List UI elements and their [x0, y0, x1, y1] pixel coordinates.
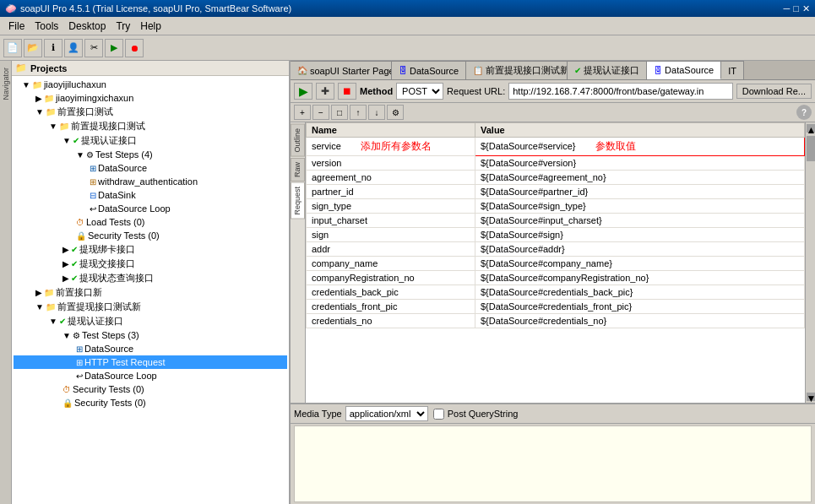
tree-item-teststeps4[interactable]: ▼ ⚙ Test Steps (4)	[14, 148, 287, 161]
param-value[interactable]: ${DataSource#partner_id}	[475, 185, 805, 199]
settings-btn[interactable]: ⚙	[387, 105, 404, 120]
tree-item-withdraw-auth[interactable]: ⊞ withdraw_authentication	[14, 175, 287, 188]
tree-item-datasource-loop2[interactable]: ↩ DataSource Loop	[14, 369, 287, 382]
tree-item-xin-renzheng[interactable]: ▼ ✔ 提现认证接口	[14, 314, 287, 328]
side-tab-raw[interactable]: Raw	[291, 158, 305, 182]
method-select[interactable]: POST GET	[396, 83, 443, 100]
move-down-btn[interactable]: ↓	[368, 105, 385, 120]
close-btn[interactable]: ✕	[802, 3, 810, 14]
tree-item-zhuangtai[interactable]: ▶ ✔ 提现状态查询接口	[14, 271, 287, 285]
tree-item-securitytests0[interactable]: 🔒 Security Tests (0)	[14, 229, 287, 242]
tab-datasource[interactable]: 🗄 DataSource	[392, 61, 466, 79]
table-row[interactable]: company_name ${DataSource#company_name}	[307, 257, 805, 271]
table-row[interactable]: sign ${DataSource#sign}	[307, 228, 805, 242]
param-value[interactable]: ${DataSource#company_name}	[475, 257, 805, 271]
menu-file[interactable]: File	[3, 19, 30, 34]
menu-desktop[interactable]: Desktop	[63, 19, 111, 34]
table-row[interactable]: addr ${DataSource#addr}	[307, 242, 805, 257]
menu-help[interactable]: Help	[135, 19, 166, 34]
table-scrollbar[interactable]: ▲ ▼	[805, 122, 815, 403]
tab-more[interactable]: IT	[721, 61, 744, 79]
title-bar: 🧼 soapUI Pro 4.5.1 (Trial License, soapU…	[0, 0, 815, 17]
table-row[interactable]: agreement_no ${DataSource#agreement_no}	[307, 171, 805, 185]
table-row[interactable]: credentials_back_pic ${DataSource#creden…	[307, 285, 805, 300]
tree-label: Test Steps (3)	[82, 330, 139, 340]
param-value[interactable]: ${DataSource#agreement_no}	[475, 171, 805, 185]
tree-item-bangka[interactable]: ▶ ✔ 提现绑卡接口	[14, 242, 287, 257]
duplicate-btn[interactable]: □	[331, 105, 348, 120]
help-btn[interactable]: ?	[796, 105, 812, 120]
tree-item-securitytests0b[interactable]: 🔒 Security Tests (0)	[14, 396, 287, 409]
remove-row-btn[interactable]: −	[312, 105, 329, 120]
side-tab-request[interactable]: Request	[291, 182, 305, 219]
tree-item-datasource-loop1[interactable]: ↩ DataSource Loop	[14, 202, 287, 215]
run-request-btn[interactable]: ▶	[294, 83, 312, 100]
stop-request-btn[interactable]: ⏹	[338, 83, 356, 100]
tab-qianzhi-test[interactable]: 📋 前置提现接口测试新	[466, 61, 568, 79]
param-value[interactable]: ${DataSource#version}	[475, 156, 805, 171]
menu-try[interactable]: Try	[111, 19, 135, 34]
tab-tijiao-renzheng[interactable]: ✔ 提现认证接口	[568, 61, 647, 79]
table-row[interactable]: service 添加所有参数名 ${DataSource#service} 参数…	[307, 138, 805, 156]
param-value[interactable]: ${DataSource#credentials_no}	[475, 314, 805, 328]
new-btn[interactable]: 📄	[3, 39, 22, 57]
table-row[interactable]: sign_type ${DataSource#sign_type}	[307, 199, 805, 214]
param-value[interactable]: ${DataSource#addr}	[475, 242, 805, 257]
table-row[interactable]: credentials_no ${DataSource#credentials_…	[307, 314, 805, 328]
param-value[interactable]: ${DataSource#companyRegistration_no}	[475, 271, 805, 285]
param-value[interactable]: ${DataSource#sign_type}	[475, 199, 805, 214]
menu-tools[interactable]: Tools	[30, 19, 63, 34]
tree-item-teststeps3[interactable]: ▼ ⚙ Test Steps (3)	[14, 328, 287, 342]
table-row[interactable]: input_charset ${DataSource#input_charset…	[307, 214, 805, 228]
tree-item-renzheng[interactable]: ▼ ✔ 提现认证接口	[14, 133, 287, 148]
tree-item-qianzhi-xin-tijiao[interactable]: ▼ 📁 前置提现接口测试新	[14, 300, 287, 314]
user-btn[interactable]: 👤	[64, 39, 83, 57]
add-row-btn[interactable]: +	[294, 105, 311, 120]
tree-item-loadtests0b[interactable]: ⏱ Security Tests (0)	[14, 382, 287, 396]
table-row[interactable]: companyRegistration_no ${DataSource#comp…	[307, 271, 805, 285]
download-btn[interactable]: Download Re...	[736, 84, 812, 99]
tree-item-datasink[interactable]: ⊟ DataSink	[14, 188, 287, 202]
tree-label: 提现交接接口	[79, 257, 135, 270]
param-value[interactable]: ${DataSource#input_charset}	[475, 214, 805, 228]
toolbar: 📄 📂 ℹ 👤 ✂ ▶ ⏺	[0, 35, 815, 61]
open-btn[interactable]: 📂	[24, 39, 42, 57]
table-row[interactable]: version ${DataSource#version}	[307, 156, 805, 171]
param-value[interactable]: ${DataSource#sign}	[475, 228, 805, 242]
check-icon-tab: ✔	[574, 66, 581, 75]
title-text: soapUI Pro 4.5.1 (Trial License, soapUI …	[20, 3, 291, 14]
run-btn[interactable]: ▶	[105, 39, 123, 57]
tree-item-tijiao-test[interactable]: ▼ 📁 前置提现接口测试	[14, 119, 287, 133]
post-querystring-checkbox[interactable]	[433, 409, 444, 420]
param-value[interactable]: ${DataSource#service} 参数取值	[475, 138, 805, 156]
tree-item-loadtests0[interactable]: ⏱ Load Tests (0)	[14, 215, 287, 229]
stop-btn[interactable]: ⏺	[125, 39, 144, 57]
tree-item-jiaoyijiluchaxun[interactable]: ▼ 📁 jiaoyijiluchaxun	[14, 78, 287, 91]
tree-label: 提现认证接口	[81, 134, 137, 147]
info-btn[interactable]: ℹ	[44, 39, 62, 57]
tree-item-datasource1[interactable]: ⊞ DataSource	[14, 161, 287, 175]
tree-item-datasource2[interactable]: ⊞ DataSource	[14, 342, 287, 355]
table-row[interactable]: credentials_front_pic ${DataSource#crede…	[307, 300, 805, 314]
media-type-select[interactable]: application/xml application/json text/xm…	[345, 406, 428, 421]
tree-item-qianzhi-xin[interactable]: ▶ 📁 前置接口新	[14, 285, 287, 300]
tab-starter[interactable]: 🏠 soapUI Starter Page	[291, 61, 392, 79]
move-up-btn[interactable]: ↑	[350, 105, 367, 120]
add-params-btn[interactable]: ✚	[316, 83, 334, 100]
param-value[interactable]: ${DataSource#credentials_back_pic}	[475, 285, 805, 300]
cut-btn[interactable]: ✂	[84, 39, 103, 57]
tree-item-jiaoyi[interactable]: ▶ ✔ 提现交接接口	[14, 257, 287, 271]
maximize-btn[interactable]: □	[793, 3, 799, 14]
table-row[interactable]: partner_id ${DataSource#partner_id}	[307, 185, 805, 199]
tree-item-qianzhi[interactable]: ▼ 📁 前置接口测试	[14, 105, 287, 119]
param-value[interactable]: ${DataSource#credentials_front_pic}	[475, 300, 805, 314]
tab-datasource2[interactable]: 🗄 DataSource	[647, 61, 721, 79]
tree-item-http-test-request[interactable]: ⊞ HTTP Test Request	[14, 355, 287, 369]
url-input[interactable]	[508, 83, 733, 100]
gear-icon: ⚙	[73, 331, 80, 340]
side-tab-outline[interactable]: Outline	[291, 124, 305, 157]
request-body-area[interactable]	[294, 425, 812, 502]
minimize-btn[interactable]: ─	[784, 3, 791, 14]
folder-icon: 📁	[59, 122, 69, 131]
tree-item-jiaoyimingxichaxun[interactable]: ▶ 📁 jiaoyimingxichaxun	[14, 91, 287, 105]
